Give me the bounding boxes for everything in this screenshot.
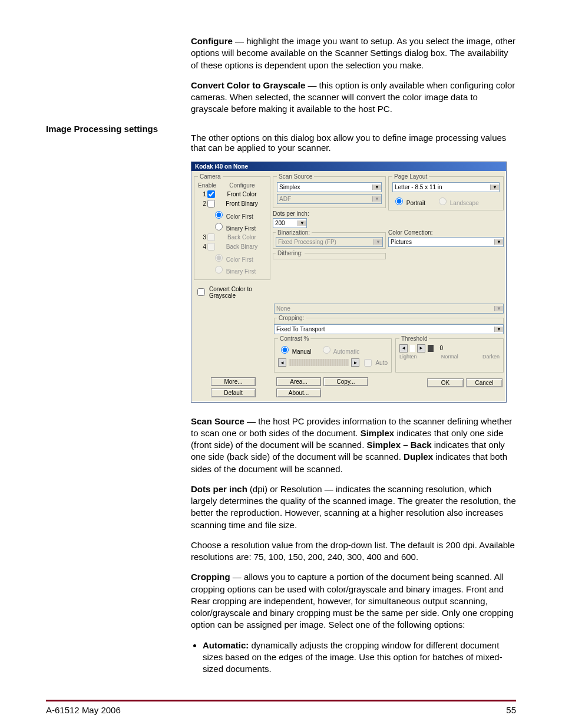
- threshold-slider[interactable]: [410, 345, 415, 352]
- camera-hdr-enable: Enable: [198, 182, 218, 189]
- contrast-slider[interactable]: [289, 359, 349, 366]
- color-correction-dropdown[interactable]: Pictures▼: [388, 237, 504, 247]
- camera-enable-3: [207, 233, 215, 241]
- section-lead: The other options on this dialog box all…: [191, 133, 516, 153]
- camera-label-2[interactable]: Front Binary: [217, 200, 266, 207]
- camera-enable-2[interactable]: [207, 200, 215, 207]
- camera-row-num: 1: [198, 191, 206, 197]
- contrast-automatic-label: Automatic: [333, 348, 359, 355]
- camera-label-3: Back Color: [217, 234, 266, 241]
- page-layout-legend: Page Layout: [392, 173, 429, 180]
- landscape-label: Landscape: [450, 200, 479, 206]
- page-size-value: Letter - 8.5 x 11 in: [393, 184, 490, 190]
- dpi-dropdown[interactable]: 200▼: [273, 218, 307, 228]
- camera-hdr-configure: Configure: [218, 182, 266, 189]
- color-correction-label: Color Correction:: [388, 229, 504, 236]
- chevron-down-icon: ▼: [494, 239, 503, 245]
- cropping-options-list: Automatic: dynamically adjusts the cropp…: [191, 640, 516, 676]
- dpi-title: Dots per inch: [191, 484, 247, 494]
- camera-row-3: 3 Back Color: [198, 233, 266, 241]
- threshold-lighten: Lighten: [399, 354, 417, 360]
- threshold-group: Threshold ◄ ► 0 Lighten Normal Darken: [395, 335, 504, 373]
- front-color-first-radio[interactable]: [215, 211, 223, 219]
- footer-rule: [46, 700, 516, 701]
- dpi-label: Dots per inch:: [273, 210, 386, 217]
- more-button[interactable]: More...: [211, 377, 256, 386]
- default-button[interactable]: Default: [211, 388, 256, 397]
- camera-legend: Camera: [198, 173, 223, 180]
- chevron-down-icon: ▼: [372, 196, 381, 202]
- binarization-dropdown: Fixed Processing (FP)▼: [276, 237, 383, 247]
- dialog-title: Kodak i40 on None: [191, 162, 506, 171]
- camera-row-num: 2: [198, 200, 206, 207]
- duplex-term: Duplex: [404, 452, 433, 462]
- dpi-paragraph: Dots per inch (dpi) or Resolution — indi…: [191, 483, 516, 531]
- contrast-legend: Contrast %: [278, 335, 310, 342]
- landscape-option: Landscape: [436, 196, 479, 206]
- dithering-group: Dithering:: [273, 250, 386, 259]
- contrast-group: Contrast % Manual Automatic ◄ ► Auto: [274, 335, 392, 373]
- scan-source-title: Scan Source: [191, 416, 244, 426]
- area-button[interactable]: Area...: [276, 377, 321, 386]
- cropping-option-automatic: Automatic: dynamically adjusts the cropp…: [203, 640, 516, 676]
- contrast-automatic-option: Automatic: [320, 344, 360, 355]
- scan-source-group: Scan Source Simplex▼ ADF▼: [273, 173, 386, 208]
- threshold-legend: Threshold: [399, 335, 429, 342]
- contrast-manual-radio[interactable]: [281, 346, 289, 354]
- camera-row-num: 4: [198, 243, 206, 250]
- configure-title: Configure: [191, 36, 233, 46]
- contrast-increase-button[interactable]: ►: [351, 358, 359, 367]
- chevron-down-icon: ▼: [490, 185, 499, 190]
- cropping-legend: Cropping:: [277, 315, 306, 321]
- cctg-paragraph: Convert Color to Grayscale — this option…: [191, 80, 516, 116]
- back-binary-first-radio: [215, 266, 223, 274]
- front-binary-first-label: Binary First: [226, 225, 256, 232]
- chevron-down-icon: ▼: [494, 327, 503, 332]
- convert-color-grayscale: Convert Color to Grayscale: [195, 286, 270, 299]
- page-layout-group: Page Layout Letter - 8.5 x 11 in▼ Portra…: [388, 173, 504, 210]
- back-binary-first-label: Binary First: [226, 268, 256, 275]
- camera-enable-1[interactable]: [207, 190, 215, 198]
- back-color-first-label: Color First: [226, 256, 253, 263]
- footer-left: A-61512 May 2006: [46, 705, 121, 715]
- about-button[interactable]: About...: [276, 388, 321, 397]
- camera-enable-4: [207, 243, 215, 251]
- front-binary-first-radio[interactable]: [215, 223, 223, 230]
- text: — allows you to capture a portion of the…: [191, 572, 514, 630]
- scan-source-dropdown[interactable]: Simplex▼: [277, 182, 382, 192]
- simplex-back-term: Simplex – Back: [367, 440, 432, 450]
- portrait-label: Portrait: [406, 200, 425, 206]
- contrast-manual-label: Manual: [292, 348, 312, 355]
- front-color-first-label: Color First: [226, 213, 253, 220]
- scan-source-value: Simplex: [277, 184, 372, 190]
- cancel-button[interactable]: Cancel: [466, 378, 503, 387]
- landscape-radio: [439, 197, 447, 205]
- chevron-down-icon: ▼: [373, 239, 382, 245]
- cropping-group: Cropping:: [274, 315, 504, 324]
- front-order-radios: Color First Binary First: [212, 209, 266, 232]
- contrast-manual-option[interactable]: Manual: [278, 344, 312, 355]
- scan-source-secondary-value: ADF: [277, 196, 372, 202]
- contrast-auto-label: Auto: [375, 360, 388, 366]
- copy-button[interactable]: Copy...: [323, 377, 368, 386]
- portrait-radio[interactable]: [395, 197, 403, 205]
- camera-row-4: 4 Back Binary: [198, 243, 266, 251]
- threshold-thumb-icon: [428, 345, 434, 352]
- scanner-settings-dialog: Kodak i40 on None Camera Enable Configur…: [191, 162, 507, 403]
- cctg-title: Convert Color to Grayscale: [191, 80, 305, 90]
- page-size-dropdown[interactable]: Letter - 8.5 x 11 in▼: [392, 182, 500, 192]
- ok-button[interactable]: OK: [427, 378, 464, 387]
- camera-label-1[interactable]: Front Color: [217, 191, 266, 197]
- automatic-term: Automatic:: [203, 640, 249, 650]
- threshold-decrease-button[interactable]: ◄: [399, 344, 408, 353]
- portrait-option[interactable]: Portrait: [392, 196, 425, 206]
- cctg-checkbox[interactable]: [197, 288, 205, 296]
- chevron-down-icon: ▼: [372, 185, 381, 190]
- threshold-increase-button[interactable]: ►: [417, 344, 425, 353]
- scan-source-paragraph: Scan Source — the host PC provides infor…: [191, 416, 516, 475]
- cropping-dropdown[interactable]: Fixed To Transport▼: [274, 324, 504, 334]
- contrast-automatic-radio: [323, 346, 330, 354]
- configure-body: — highlight the image you want to setup.…: [191, 36, 515, 70]
- contrast-decrease-button[interactable]: ◄: [278, 358, 286, 367]
- dpi-resolutions-paragraph: Choose a resolution value from the drop-…: [191, 539, 516, 564]
